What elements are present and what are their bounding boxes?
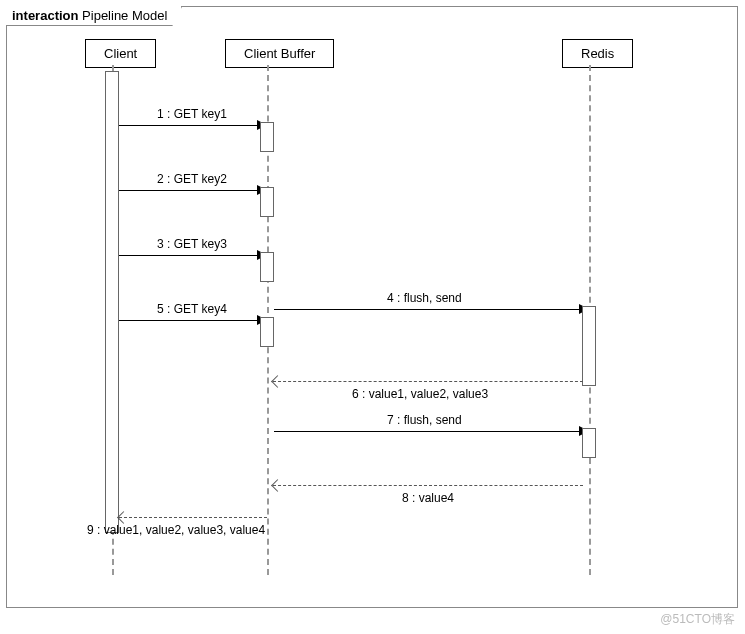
arrow-line bbox=[273, 485, 583, 486]
frame-label-bold: interaction bbox=[12, 8, 78, 23]
participant-label: Client Buffer bbox=[244, 46, 315, 61]
arrow-head-icon bbox=[271, 479, 284, 492]
participant-redis: Redis bbox=[562, 39, 633, 68]
activation-redis bbox=[582, 428, 596, 458]
activation-buffer bbox=[260, 122, 274, 152]
message-label: 1 : GET key1 bbox=[157, 107, 227, 121]
message-label: 4 : flush, send bbox=[387, 291, 462, 305]
message-label: 2 : GET key2 bbox=[157, 172, 227, 186]
arrow-head-icon bbox=[117, 511, 130, 524]
arrow-line bbox=[274, 309, 582, 310]
watermark-text: @51CTO博客 bbox=[660, 611, 735, 628]
activation-buffer bbox=[260, 317, 274, 347]
message-label: 5 : GET key4 bbox=[157, 302, 227, 316]
arrow-line bbox=[119, 320, 259, 321]
arrow-line bbox=[119, 125, 259, 126]
activation-redis bbox=[582, 306, 596, 386]
arrow-line bbox=[119, 517, 267, 518]
participant-label: Client bbox=[104, 46, 137, 61]
arrow-head-icon bbox=[271, 375, 284, 388]
arrow-line bbox=[273, 381, 583, 382]
arrow-line bbox=[274, 431, 582, 432]
activation-client bbox=[105, 71, 119, 533]
message-label: 6 : value1, value2, value3 bbox=[352, 387, 488, 401]
participant-client-buffer: Client Buffer bbox=[225, 39, 334, 68]
message-label: 9 : value1, value2, value3, value4 bbox=[87, 523, 265, 537]
participant-client: Client bbox=[85, 39, 156, 68]
participant-label: Redis bbox=[581, 46, 614, 61]
arrow-line bbox=[119, 190, 259, 191]
frame-label: interaction Pipeline Model bbox=[6, 6, 182, 26]
diagram-frame: interaction Pipeline Model Client Client… bbox=[6, 6, 738, 608]
activation-buffer bbox=[260, 252, 274, 282]
message-label: 7 : flush, send bbox=[387, 413, 462, 427]
arrow-line bbox=[119, 255, 259, 256]
activation-buffer bbox=[260, 187, 274, 217]
message-label: 3 : GET key3 bbox=[157, 237, 227, 251]
message-label: 8 : value4 bbox=[402, 491, 454, 505]
frame-label-rest: Pipeline Model bbox=[82, 8, 167, 23]
